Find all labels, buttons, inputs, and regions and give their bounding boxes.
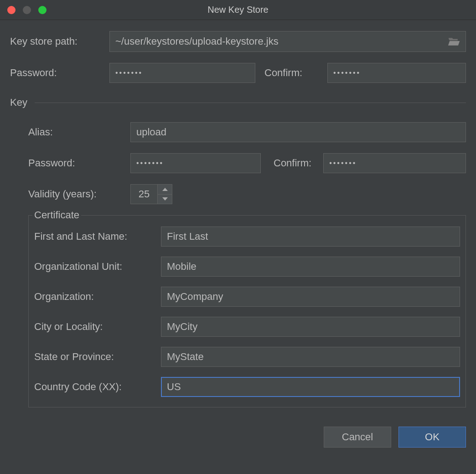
- window-title: New Key Store: [0, 5, 476, 15]
- dialog-content: Key store path: Password: Confirm: Key A…: [0, 20, 476, 458]
- keystore-path-label: Key store path:: [10, 36, 109, 47]
- certificate-fieldset: Certificate First and Last Name: Organiz…: [28, 215, 466, 407]
- key-confirm-input[interactable]: [323, 153, 466, 173]
- state-input[interactable]: [161, 347, 460, 367]
- certificate-legend: Certificate: [32, 209, 81, 221]
- key-password-input[interactable]: [130, 153, 261, 173]
- city-label: City or Locality:: [34, 321, 161, 333]
- key-section-title: Key: [10, 97, 27, 108]
- city-input[interactable]: [161, 317, 460, 337]
- keystore-path-field-wrap[interactable]: [109, 31, 466, 52]
- org-label: Organization:: [34, 291, 161, 303]
- country-input[interactable]: [161, 377, 460, 397]
- chevron-down-icon: [162, 197, 168, 201]
- validity-input[interactable]: [131, 185, 157, 204]
- key-confirm-label: Confirm:: [274, 157, 311, 169]
- keystore-confirm-input[interactable]: [327, 63, 466, 83]
- keystore-password-label: Password:: [10, 67, 109, 79]
- folder-open-icon[interactable]: [447, 36, 460, 46]
- alias-label: Alias:: [28, 126, 130, 138]
- validity-label: Validity (years):: [28, 188, 130, 200]
- cancel-button[interactable]: Cancel: [324, 427, 391, 448]
- state-label: State or Province:: [34, 351, 161, 363]
- minimize-window-button: [23, 6, 31, 14]
- country-label: Country Code (XX):: [34, 381, 161, 393]
- first-last-input[interactable]: [161, 227, 460, 247]
- validity-step-up[interactable]: [158, 185, 172, 195]
- key-section-header: Key: [10, 97, 466, 108]
- maximize-window-button[interactable]: [38, 6, 47, 14]
- validity-step-down[interactable]: [158, 195, 172, 204]
- close-window-button[interactable]: [7, 6, 16, 14]
- first-last-label: First and Last Name:: [34, 231, 161, 242]
- chevron-up-icon: [162, 188, 168, 191]
- window-controls: [7, 6, 47, 14]
- org-input[interactable]: [161, 287, 460, 307]
- keystore-password-input[interactable]: [109, 63, 255, 83]
- keystore-confirm-label: Confirm:: [264, 67, 320, 79]
- keystore-path-input[interactable]: [115, 36, 447, 47]
- ok-button[interactable]: OK: [398, 427, 466, 448]
- titlebar: New Key Store: [0, 0, 476, 20]
- divider: [35, 103, 466, 103]
- ou-input[interactable]: [161, 257, 460, 277]
- alias-input[interactable]: [130, 122, 466, 142]
- validity-stepper[interactable]: [130, 184, 172, 204]
- ou-label: Organizational Unit:: [34, 261, 161, 273]
- key-password-label: Password:: [28, 157, 130, 169]
